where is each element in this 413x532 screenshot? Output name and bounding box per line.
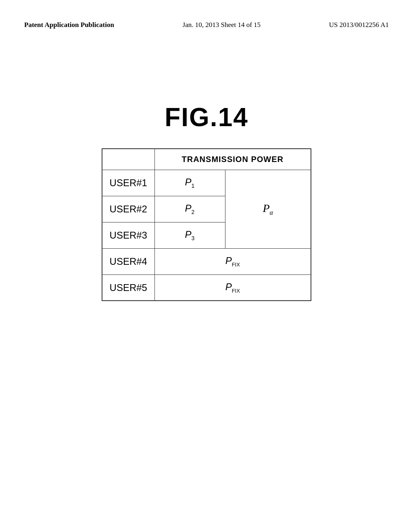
publication-label: Patent Application Publication bbox=[24, 20, 114, 30]
user4-power: PFIX bbox=[154, 248, 311, 274]
user4-label: USER#4 bbox=[102, 248, 154, 274]
header-transmission-power: TRANSMISSION POWER bbox=[154, 149, 311, 170]
user2-label: USER#2 bbox=[102, 196, 154, 222]
user3-power: P3 bbox=[154, 222, 225, 248]
figure-section: FIG.14 TRANSMISSION POWER USER#1 P1 Pα U… bbox=[0, 102, 413, 301]
user1-power: P1 bbox=[154, 170, 225, 196]
user5-power: PFIX bbox=[154, 274, 311, 301]
page-header: Patent Application Publication Jan. 10, … bbox=[0, 0, 413, 38]
user3-label: USER#3 bbox=[102, 222, 154, 248]
pa-value: Pα bbox=[263, 202, 273, 214]
patent-number-label: US 2013/0012256 A1 bbox=[329, 20, 389, 29]
pa-merged-cell: Pα bbox=[225, 170, 311, 248]
transmission-power-table: TRANSMISSION POWER USER#1 P1 Pα USER#2 P… bbox=[102, 148, 311, 301]
date-sheet-label: Jan. 10, 2013 Sheet 14 of 15 bbox=[183, 20, 261, 29]
table-row: USER#4 PFIX bbox=[102, 248, 311, 274]
header-user-cell bbox=[102, 149, 154, 170]
table-row: USER#1 P1 Pα bbox=[102, 170, 311, 196]
user1-label: USER#1 bbox=[102, 170, 154, 196]
table-row: USER#5 PFIX bbox=[102, 274, 311, 301]
table-header-row: TRANSMISSION POWER bbox=[102, 149, 311, 170]
figure-title: FIG.14 bbox=[165, 102, 248, 132]
user2-power: P2 bbox=[154, 196, 225, 222]
user5-label: USER#5 bbox=[102, 274, 154, 301]
